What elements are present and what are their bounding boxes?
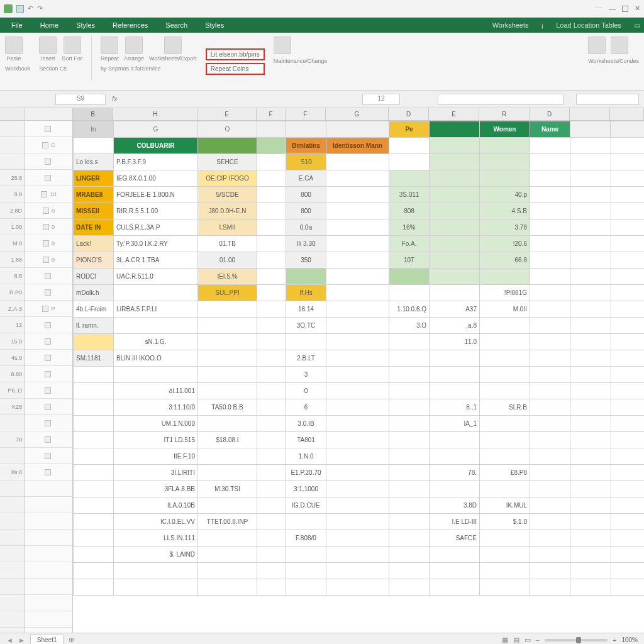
cell[interactable] [114,579,198,596]
cell[interactable] [430,367,480,383]
qat-redo-icon[interactable]: ↷ [37,4,43,13]
cell[interactable] [530,350,570,367]
outline-toggle-icon[interactable] [43,240,49,247]
cell[interactable]: 3L.A.CR 1.TBA [114,252,198,269]
sort-button[interactable]: Sort For [62,36,82,62]
outline-toggle-icon[interactable] [45,404,51,410]
cell[interactable] [326,269,389,285]
cell[interactable] [326,318,389,334]
cell[interactable] [326,367,389,383]
tab-collapse-icon[interactable]: ▭ [630,18,644,33]
outline-row[interactable] [25,350,72,366]
repeat-button[interactable]: Repeat [101,36,119,62]
cell[interactable]: .a.8 [430,318,480,334]
cell[interactable] [326,416,389,432]
cell[interactable] [257,301,286,318]
cell[interactable] [74,383,114,399]
cell[interactable] [430,432,480,448]
row-header[interactable] [0,137,25,153]
cell[interactable]: !Pi881G [480,285,530,301]
cell[interactable] [198,530,257,547]
row-header[interactable] [0,153,25,170]
cell[interactable] [480,530,530,547]
cell[interactable] [611,367,645,383]
view-pagelayout-icon[interactable]: ▤ [513,636,519,644]
cell[interactable]: PIONO'S [74,252,114,269]
row-header[interactable]: 2.8D [0,203,25,219]
cell[interactable] [257,530,286,547]
cell[interactable]: IIi 3.30 [286,236,326,252]
cell[interactable] [530,563,570,579]
outline-row[interactable] [25,611,72,628]
cell[interactable] [611,301,645,318]
cell[interactable] [74,547,114,563]
cell[interactable] [570,481,611,497]
cell[interactable] [611,465,645,481]
cell[interactable]: 78. [430,465,480,481]
cell[interactable] [611,399,645,416]
cell[interactable]: 18.14 [286,301,326,318]
outline-row[interactable] [25,497,72,513]
cell[interactable] [430,187,480,203]
subhdr-b[interactable]: In [74,121,114,138]
cell[interactable]: DATE IN [74,219,114,236]
cell[interactable]: IG.D.CUE [286,497,326,514]
cell[interactable]: I.E LD-III [430,514,480,530]
outline-toggle-icon[interactable] [45,420,51,426]
cell[interactable] [114,563,198,579]
highlighted-option-bottom[interactable]: Repeat Coins [206,63,265,75]
cell[interactable] [611,481,645,497]
cell[interactable]: 800 [286,203,326,219]
cell[interactable] [570,154,611,170]
cell[interactable]: IK.MUL [480,497,530,514]
tab-worksheets[interactable]: Worksheets [484,18,538,33]
cell[interactable] [430,170,480,187]
outline-row[interactable]: 0 [25,203,72,219]
tab-home[interactable]: Home [31,18,67,33]
cell[interactable] [480,334,530,350]
outline-toggle-icon[interactable] [45,371,51,377]
cell[interactable] [257,285,286,301]
cell[interactable] [114,285,198,301]
outline-toggle-icon[interactable] [45,322,51,328]
cell[interactable] [530,138,570,154]
cell[interactable] [198,579,257,596]
cell[interactable] [570,219,611,236]
outline-row[interactable] [25,333,72,350]
row-header[interactable]: M.0 [0,235,25,252]
cell[interactable] [530,154,570,170]
cell[interactable]: TA50.0 B.B [198,399,257,416]
cell[interactable] [611,219,645,236]
cell[interactable]: Fo.A. [389,236,430,252]
cell[interactable] [430,350,480,367]
cell[interactable]: M.0II [480,301,530,318]
outline-toggle-icon[interactable] [45,338,51,345]
cell[interactable] [611,138,645,154]
cell[interactable] [74,579,114,596]
row-header[interactable] [0,448,25,464]
cell[interactable] [326,514,389,530]
view-normal-icon[interactable]: ▦ [502,636,508,644]
formula-aux-box-2[interactable] [576,94,639,105]
cell[interactable]: LINGER [74,170,114,187]
cell[interactable] [430,219,480,236]
cell[interactable] [198,318,257,334]
cell[interactable] [326,448,389,465]
tab-load-location[interactable]: Load Location Tables [547,18,630,33]
cell[interactable]: ll. ramn. [74,318,114,334]
cell[interactable] [480,432,530,448]
cell[interactable]: 01.TB [198,236,257,252]
cell[interactable]: OE.CIP IFOGO [198,170,257,187]
cell[interactable] [198,367,257,383]
outline-toggle-icon[interactable] [41,191,47,197]
cell[interactable]: 5/SCDE [198,187,257,203]
cell[interactable] [286,579,326,596]
cell[interactable]: 3S.011 [389,187,430,203]
zoom-slider[interactable] [545,639,608,641]
cell[interactable]: 66.8 [480,252,530,269]
cell[interactable] [611,187,645,203]
cell[interactable] [74,138,114,154]
outline-row[interactable] [25,546,72,562]
cell[interactable] [257,187,286,203]
cell[interactable] [480,481,530,497]
